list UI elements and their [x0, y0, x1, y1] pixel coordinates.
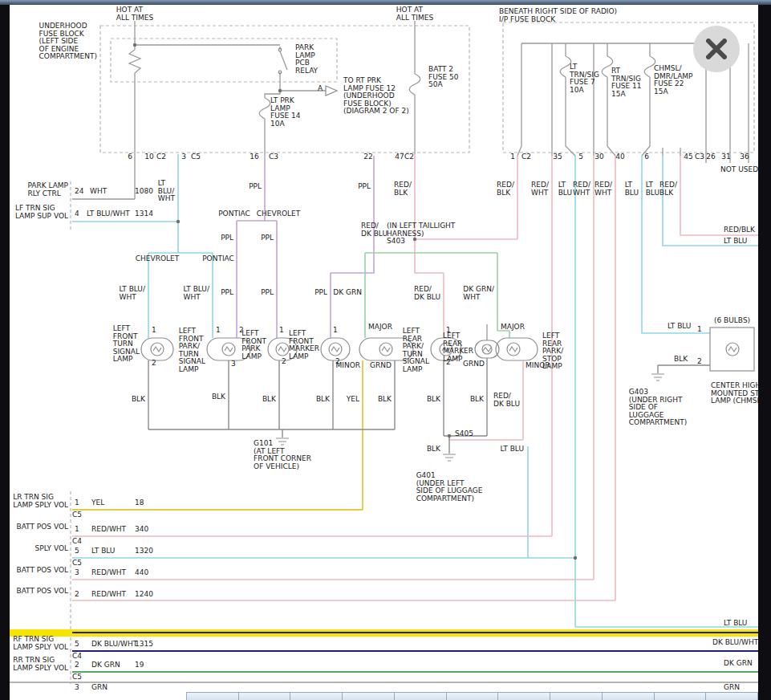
diagram-label: 2 — [282, 358, 286, 366]
diagram-label: C5 — [72, 674, 82, 682]
diagram-label: 1 — [216, 327, 221, 335]
diagram-label: RF TRN SIG LAMP SPLY VOL — [13, 636, 68, 651]
diagram-label: 1 — [279, 327, 284, 335]
diagram-label: 1 — [75, 526, 79, 534]
diagram-label: RR TRN SIG LAMP SPLY VOL — [13, 657, 68, 672]
diagram-label: 35 — [553, 153, 562, 161]
diagram-label: 3 — [75, 684, 79, 692]
diagram-label: LEFT REAR PARK/ TURN SIGNAL LAMP — [403, 328, 429, 374]
footer-tab[interactable] — [290, 693, 343, 700]
diagram-label: PPL — [261, 234, 274, 242]
diagram-label: C3 — [695, 153, 704, 161]
diagram-label: A — [318, 85, 323, 93]
diagram-label: 2 — [697, 358, 702, 366]
diagram-label: 3 — [181, 153, 186, 161]
diagram-label: BATT POS VOL — [16, 523, 68, 531]
diagram-label: LEFT FRONT PARK LAMP — [241, 330, 266, 360]
diagram-label: LT TRN/SIG FUSE 7 10A — [570, 63, 599, 94]
diagram-label: 1240 — [135, 591, 153, 599]
footer-tab[interactable] — [395, 693, 447, 700]
diagram-label: LT BLU — [724, 620, 747, 628]
diagram-label: HOT AT ALL TIMES — [396, 6, 433, 22]
diagram-label: YEL — [91, 499, 104, 507]
diagram-label: 19 — [135, 661, 144, 669]
diagram-label: 6 — [128, 153, 132, 161]
diagram-label: C2 — [156, 153, 166, 161]
diagram-label: BATT POS VOL — [16, 567, 68, 575]
ground-g401-icon — [443, 454, 456, 461]
diagram-label: 18 — [135, 499, 144, 507]
diagram-label: NOT USED — [720, 166, 758, 174]
diagram-label: LT PRK LAMP FUSE 14 10A — [270, 97, 300, 128]
diagram-label: LT BLU — [668, 323, 691, 331]
diagram-label: RED/ WHT — [594, 181, 612, 197]
diagram-label: BATT 2 FUSE 50 50A — [428, 66, 458, 89]
diagram-label: RED/ DK BLU — [414, 286, 440, 301]
window-titlebar-edge — [0, 0, 771, 5]
diagram-label: UNDERHOOD FUSE BLOCK (LEFT SIDE OF ENGIN… — [39, 22, 97, 61]
diagram-label: BLK — [262, 396, 276, 404]
diagram-label: LT BLU — [625, 181, 639, 197]
footer-tab[interactable] — [498, 693, 550, 700]
diagram-label: 4 — [75, 210, 79, 218]
diagram-label: 1 — [510, 153, 515, 161]
diagram-label: TO RT PRK LAMP FUSE 12 (UNDERHOOD FUSE B… — [343, 77, 409, 116]
diagram-label: PARK LAMP RLY CTRL — [27, 182, 68, 197]
diagram-label: PPL — [249, 183, 262, 191]
diagram-label: G401 (UNDER LEFT SIDE OF LUGGAGE COMPART… — [416, 472, 483, 503]
diagram-label: LT BLU/ WHT — [120, 286, 146, 301]
footer-tab[interactable] — [447, 693, 499, 700]
diagram-label: 3 — [231, 360, 236, 368]
diagram-label: RED/ DK BLU — [361, 222, 388, 238]
diagram-label: DK GRN/ WHT — [463, 286, 494, 301]
diagram-label: C2 — [521, 153, 531, 161]
diagram-label: 2 — [75, 661, 79, 669]
diagram-label: C2 — [404, 153, 414, 161]
diagram-label: 440 — [135, 569, 148, 577]
diagram-label: PPL — [221, 234, 233, 242]
diagram-label: SPLY VOL — [35, 545, 68, 553]
footer-tab[interactable] — [655, 693, 707, 700]
diagram-label: RED/ WHT — [573, 181, 590, 197]
diagram-label: LEFT REAR MARKER LAMP — [443, 332, 473, 363]
diagram-label: 47 — [395, 153, 404, 161]
diagram-label: 36 — [740, 153, 749, 161]
diagram-label: DK GRN — [333, 289, 362, 297]
off-page-arrow-icon — [326, 86, 337, 96]
diagram-label: PONTIAC — [202, 255, 234, 263]
diagram-label: RED/ WHT — [531, 181, 549, 197]
window-border-right — [758, 0, 771, 700]
footer-tab[interactable] — [343, 693, 395, 700]
diagram-label: LR TRN SIG LAMP SPLY VOL — [13, 494, 68, 509]
diagram-label: C4 — [72, 538, 82, 546]
diagram-label: 45 — [684, 153, 692, 161]
diagram-label: 1 — [152, 327, 156, 335]
close-button[interactable] — [693, 26, 740, 72]
diagram-label: BLK — [132, 396, 145, 404]
diagram-label: 1314 — [135, 210, 153, 218]
footer-tab[interactable] — [603, 693, 655, 700]
diagram-label: 22 — [363, 153, 372, 161]
diagram-label: LT BLU — [646, 181, 659, 197]
diagram-label: CHEVROLET — [257, 210, 300, 218]
diagram-label: PPL — [221, 289, 233, 297]
diagram-label: MAJOR — [368, 324, 392, 332]
diagram-label: 24 — [75, 188, 83, 196]
diagram-label: PARK LAMP PCB RELAY — [295, 44, 318, 75]
diagram-label: 1 — [333, 327, 338, 335]
diagram-label: GRND — [370, 362, 392, 370]
diagram-label: 340 — [135, 526, 148, 534]
footer-tab[interactable] — [239, 693, 291, 700]
diagram-label: 3 — [75, 569, 79, 577]
footer-tab[interactable] — [706, 693, 758, 700]
diagram-label: LEFT FRONT TURN SIGNAL LAMP — [113, 325, 140, 364]
footer-tab[interactable] — [550, 693, 603, 700]
blk-ground-wires — [148, 358, 710, 454]
diagram-label: WHT — [90, 188, 107, 196]
diagram-label: 2 — [152, 360, 156, 368]
window-border-left — [0, 0, 10, 700]
footer-tab[interactable] — [187, 693, 239, 700]
diagram-label: 30 — [594, 153, 603, 161]
diagram-label: PPL — [314, 289, 327, 297]
diagram-label: BLK — [212, 393, 225, 401]
